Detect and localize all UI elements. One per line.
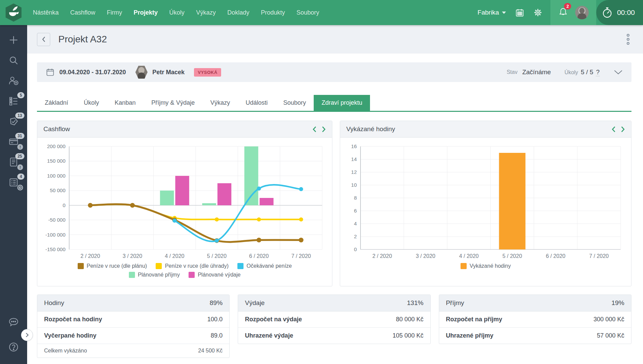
count-badge: 4 bbox=[17, 174, 24, 180]
more-options-button[interactable] bbox=[625, 32, 631, 47]
back-button[interactable] bbox=[37, 33, 50, 46]
svg-text:4 / 2020: 4 / 2020 bbox=[165, 253, 184, 259]
project-tabs: ZákladníÚkolyKanbanPříjmy & VýdajeVýkazy… bbox=[37, 95, 631, 112]
time-tracker[interactable]: 00:00 bbox=[596, 0, 643, 25]
app-logo[interactable] bbox=[0, 0, 27, 25]
nav-item-firmy[interactable]: Firmy bbox=[101, 0, 128, 25]
legend-label: Očekávané peníze bbox=[247, 263, 292, 269]
chevron-down-icon bbox=[614, 70, 623, 75]
status-value[interactable]: Začínáme bbox=[522, 68, 551, 76]
prev-period-button[interactable] bbox=[611, 126, 616, 133]
nav-item-doklady[interactable]: Doklady bbox=[221, 0, 255, 25]
priority-badge: VYSOKÁ bbox=[194, 68, 221, 77]
tab-udalosti[interactable]: Události bbox=[238, 95, 275, 111]
svg-text:-100 000: -100 000 bbox=[45, 232, 65, 238]
svg-text:5 / 2020: 5 / 2020 bbox=[502, 253, 522, 259]
calendar-icon bbox=[515, 8, 524, 17]
svg-text:2 / 2020: 2 / 2020 bbox=[80, 253, 100, 259]
sidebar-item-add[interactable] bbox=[6, 31, 21, 51]
left-sidebar: 513!31!254 bbox=[0, 25, 27, 364]
stat-percent: 19% bbox=[611, 299, 624, 307]
legend-label: Vykázané hodiny bbox=[470, 263, 511, 269]
stat-card-hodiny: Hodiny89%Rozpočet na hodiny100.0Vyčerpan… bbox=[37, 295, 230, 358]
svg-text:100 000: 100 000 bbox=[47, 173, 65, 179]
tab-zakladni[interactable]: Základní bbox=[37, 95, 76, 111]
svg-text:7 / 2020: 7 / 2020 bbox=[291, 253, 311, 259]
stat-label: Vyčerpané hodiny bbox=[44, 332, 96, 339]
sidebar-item-search[interactable] bbox=[6, 51, 21, 71]
tasks-label: Úkoly bbox=[564, 69, 578, 76]
tasks-icon bbox=[8, 96, 19, 107]
stat-title: Hodiny bbox=[44, 299, 64, 307]
svg-text:2 / 2020: 2 / 2020 bbox=[372, 253, 392, 259]
tab-soubory[interactable]: Soubory bbox=[275, 95, 314, 111]
notifications-button[interactable]: 2 bbox=[554, 7, 572, 18]
svg-text:0: 0 bbox=[354, 246, 357, 252]
logo-hexagon-icon bbox=[5, 3, 22, 22]
legend-item-penize-v-ruce-dle-uhrady: Peníze v ruce (dle úhrady) bbox=[156, 263, 229, 269]
stat-value: 100.0 bbox=[207, 316, 222, 323]
sidebar-item-tasks[interactable]: 5 bbox=[6, 92, 21, 112]
sidebar-item-chat[interactable] bbox=[6, 312, 21, 333]
stats-row: Hodiny89%Rozpočet na hodiny100.0Vyčerpan… bbox=[37, 295, 631, 358]
sidebar-item-approvals[interactable]: 13 bbox=[6, 112, 21, 132]
tasks-hint[interactable]: ? bbox=[596, 68, 600, 76]
legend-label: Plánované výdaje bbox=[198, 272, 240, 278]
sidebar-item-help[interactable] bbox=[6, 338, 21, 358]
nav-item-produkty[interactable]: Produkty bbox=[255, 0, 291, 25]
settings-button[interactable] bbox=[529, 8, 547, 17]
svg-text:3 / 2020: 3 / 2020 bbox=[123, 253, 142, 259]
svg-text:0: 0 bbox=[63, 202, 65, 208]
alert-icon: ! bbox=[17, 144, 23, 150]
legend-item-penize-v-ruce-dle-planu: Peníze v ruce (dle plánu) bbox=[78, 263, 147, 269]
sidebar-item-timesheets[interactable]: 4 bbox=[6, 173, 21, 193]
tasks-count: 5 / 5 bbox=[581, 68, 593, 76]
legend-swatch bbox=[189, 272, 195, 278]
svg-text:5 / 2020: 5 / 2020 bbox=[207, 253, 227, 259]
owner-avatar[interactable] bbox=[135, 66, 148, 79]
nav-item-vykazy[interactable]: Výkazy bbox=[190, 0, 221, 25]
timer-value: 00:00 bbox=[617, 8, 635, 17]
next-period-button[interactable] bbox=[621, 126, 625, 133]
hours-card-title: Vykázané hodiny bbox=[346, 125, 395, 133]
expand-details-button[interactable] bbox=[614, 70, 623, 75]
chevron-left-icon bbox=[42, 36, 46, 42]
tab-zdravi-projektu[interactable]: Zdraví projektu bbox=[314, 95, 370, 111]
nav-item-nastenka[interactable]: Nástěnka bbox=[27, 0, 64, 25]
calendar-button[interactable] bbox=[511, 8, 529, 17]
svg-text:6 / 2020: 6 / 2020 bbox=[249, 253, 269, 259]
next-period-button[interactable] bbox=[322, 126, 326, 133]
sidebar-item-invoices-due[interactable]: !31 bbox=[6, 132, 21, 153]
stat-title: Příjmy bbox=[446, 299, 464, 307]
stat-label: Rozpočet na výdaje bbox=[245, 316, 302, 323]
sidebar-expand-button[interactable] bbox=[21, 329, 33, 341]
workspace-switcher[interactable]: Fabrika bbox=[473, 9, 511, 16]
prev-period-button[interactable] bbox=[312, 126, 316, 133]
owner-name: Petr Macek bbox=[152, 69, 184, 76]
stat-title: Výdaje bbox=[245, 299, 265, 307]
tab-prijmy-vydaje[interactable]: Příjmy & Výdaje bbox=[143, 95, 202, 111]
nav-item-projekty[interactable]: Projekty bbox=[128, 0, 163, 25]
tab-kanban[interactable]: Kanban bbox=[107, 95, 143, 111]
alert-icon: ! bbox=[17, 164, 23, 170]
svg-text:200 000: 200 000 bbox=[47, 143, 65, 149]
svg-text:3 / 2020: 3 / 2020 bbox=[416, 253, 435, 259]
status-label: Stav bbox=[507, 69, 518, 75]
svg-text:6: 6 bbox=[354, 208, 357, 214]
stopwatch-icon bbox=[602, 7, 613, 19]
svg-text:10: 10 bbox=[351, 182, 357, 188]
nav-item-soubory[interactable]: Soubory bbox=[291, 0, 325, 25]
legend-item-vykazane-hodiny: Vykázané hodiny bbox=[461, 263, 511, 269]
sidebar-item-documents-due[interactable]: !25 bbox=[6, 153, 21, 173]
sidebar-item-add-contact[interactable] bbox=[6, 71, 21, 92]
tab-ukoly[interactable]: Úkoly bbox=[76, 95, 107, 111]
top-navbar: NástěnkaCashflowFirmyProjektyÚkolyVýkazy… bbox=[0, 0, 643, 25]
user-avatar[interactable] bbox=[575, 6, 589, 19]
hours-card: Vykázané hodiny 02468101 bbox=[340, 121, 631, 286]
nav-item-ukoly[interactable]: Úkoly bbox=[163, 0, 190, 25]
clock-icon bbox=[17, 185, 23, 190]
nav-item-cashflow[interactable]: Cashflow bbox=[64, 0, 101, 25]
tab-vykazy[interactable]: Výkazy bbox=[202, 95, 238, 111]
legend-swatch bbox=[461, 263, 467, 269]
stat-value: 24 500 Kč bbox=[198, 348, 222, 354]
